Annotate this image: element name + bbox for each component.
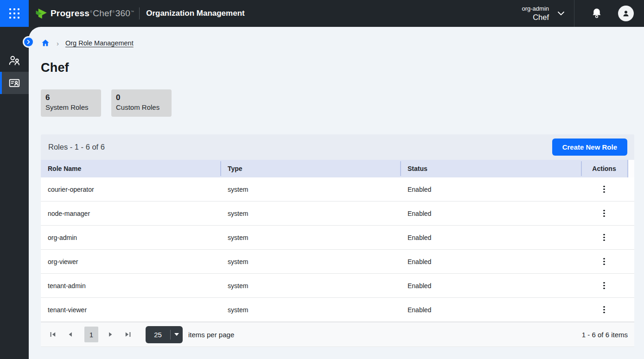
app-launcher-button[interactable] — [0, 0, 29, 27]
table-toolbar: Roles - 1 - 6 of 6 Create New Role — [41, 134, 634, 160]
first-page-button[interactable] — [47, 329, 58, 340]
type-cell: system — [220, 234, 400, 241]
row-actions-kebab-button[interactable] — [598, 303, 611, 316]
table-header-row: Role Name Type Status Actions — [41, 160, 634, 177]
stat-card-custom-roles: 0 Custom Roles — [111, 89, 172, 117]
row-actions-kebab-button[interactable] — [598, 207, 611, 220]
stats-row: 6 System Roles 0 Custom Roles — [41, 89, 644, 117]
role-name-cell: courier-operator — [41, 186, 220, 193]
type-cell: system — [220, 258, 400, 265]
user-role-label: org-admin — [522, 5, 549, 13]
page-title: Chef — [41, 61, 644, 75]
role-name-cell: tenant-admin — [41, 282, 220, 290]
items-per-page-label: items per page — [188, 331, 234, 339]
brand-wordmark: Progress®Chef®360™ — [51, 8, 134, 19]
status-cell: Enabled — [400, 186, 581, 193]
previous-page-button[interactable] — [65, 329, 76, 340]
row-actions-kebab-button[interactable] — [598, 231, 611, 244]
topbar-divider — [574, 0, 574, 27]
table-row: courier-operator system Enabled — [41, 177, 634, 202]
top-bar: Progress®Chef®360™ Organization Manageme… — [0, 0, 644, 27]
status-cell: Enabled — [400, 210, 581, 217]
table-row: org-viewer system Enabled — [41, 250, 634, 274]
role-name-cell: org-viewer — [41, 258, 220, 265]
stat-label: System Roles — [45, 103, 96, 111]
chevron-down-icon — [557, 11, 565, 16]
person-icon — [621, 9, 631, 18]
status-cell: Enabled — [400, 282, 581, 290]
status-cell: Enabled — [400, 258, 581, 265]
sidebar-item-users[interactable] — [0, 50, 29, 72]
table-row: org-admin system Enabled — [41, 226, 634, 250]
type-cell: system — [220, 210, 400, 217]
last-page-button[interactable] — [122, 329, 134, 340]
row-actions-kebab-button[interactable] — [598, 183, 611, 196]
role-name-cell: org-admin — [41, 234, 220, 241]
user-avatar-button[interactable] — [618, 6, 634, 21]
type-cell: system — [220, 306, 400, 314]
previous-page-icon — [67, 331, 74, 338]
progress-logo-icon — [34, 6, 48, 20]
stat-value: 0 — [116, 93, 167, 102]
table-row: tenant-viewer system Enabled — [41, 298, 634, 322]
column-header-status: Status — [400, 160, 581, 177]
last-page-icon — [124, 331, 132, 338]
left-sidebar — [0, 27, 29, 359]
chevron-right-icon — [26, 40, 31, 44]
table-title: Roles - 1 - 6 of 6 — [48, 143, 105, 151]
caret-down-icon — [171, 333, 183, 336]
status-cell: Enabled — [400, 234, 581, 241]
pagination-bar: 1 25 items per page 1 - 6 of 6 items — [41, 322, 634, 347]
user-org-label: Chef — [522, 13, 549, 22]
home-icon — [41, 38, 50, 48]
next-page-icon — [107, 331, 114, 338]
breadcrumb-home-link[interactable] — [41, 38, 50, 48]
role-badge-icon — [8, 76, 21, 89]
brand-logo: Progress®Chef®360™ — [34, 6, 134, 20]
first-page-icon — [49, 331, 57, 338]
topbar-divider — [139, 7, 140, 19]
stat-label: Custom Roles — [116, 103, 167, 111]
create-new-role-button[interactable]: Create New Role — [552, 139, 627, 156]
role-name-cell: tenant-viewer — [41, 306, 220, 314]
main-content: › Org Role Management Chef 6 System Role… — [29, 27, 644, 359]
column-header-role-name: Role Name — [41, 160, 220, 177]
page-size-dropdown[interactable]: 25 — [146, 326, 183, 343]
notifications-button[interactable] — [591, 7, 602, 19]
sidebar-expand-button[interactable] — [24, 38, 33, 46]
users-icon — [7, 54, 21, 68]
table-row: tenant-admin system Enabled — [41, 274, 634, 298]
roles-table-card: Roles - 1 - 6 of 6 Create New Role Role … — [41, 134, 634, 347]
sidebar-item-org-roles[interactable] — [0, 72, 29, 94]
table-scroll-gutter — [627, 160, 634, 177]
stat-card-system-roles: 6 System Roles — [41, 89, 101, 117]
column-header-actions: Actions — [581, 160, 627, 177]
status-cell: Enabled — [400, 306, 581, 314]
row-actions-kebab-button[interactable] — [598, 255, 611, 268]
type-cell: system — [220, 282, 400, 290]
user-org-dropdown[interactable]: org-admin Chef — [522, 5, 574, 22]
waffle-icon — [9, 8, 19, 19]
breadcrumb-separator-icon: › — [57, 39, 59, 47]
page-size-value: 25 — [146, 331, 170, 339]
bell-icon — [591, 7, 602, 19]
breadcrumb-current-link[interactable]: Org Role Management — [65, 39, 134, 47]
next-page-button[interactable] — [105, 329, 116, 340]
type-cell: system — [220, 186, 400, 193]
current-page-button[interactable]: 1 — [84, 327, 98, 342]
breadcrumb: › Org Role Management — [29, 27, 644, 48]
stat-value: 6 — [45, 93, 96, 102]
column-header-type: Type — [220, 160, 400, 177]
pagination-range-label: 1 - 6 of 6 items — [582, 331, 628, 339]
row-actions-kebab-button[interactable] — [598, 279, 611, 292]
role-name-cell: node-manager — [41, 210, 220, 217]
app-title: Organization Management — [146, 9, 245, 18]
table-row: node-manager system Enabled — [41, 202, 634, 226]
